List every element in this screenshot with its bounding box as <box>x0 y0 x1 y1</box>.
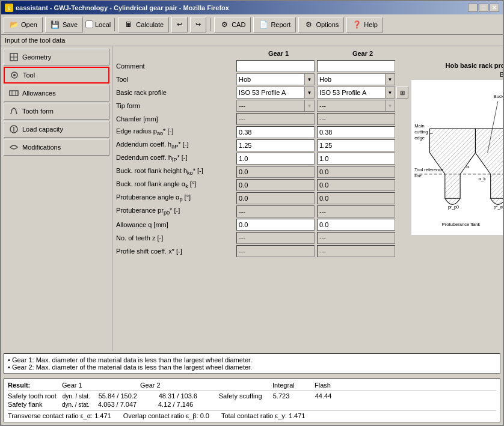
rack-profile-inputs: ISO 53 Profile A ▼ ISO 53 Profile A ▼ ⊞ <box>236 87 408 99</box>
close-button[interactable]: ✕ <box>490 4 499 12</box>
prot-angle-inputs <box>236 192 395 204</box>
results-footer: Transverse contact ratio ε_α: 1.471 Over… <box>8 410 496 419</box>
result-tooth-root-name: Safety tooth root <box>8 392 57 400</box>
sidebar: Geometry Tool Allowances Tooth form <box>1 46 112 351</box>
maximize-button[interactable]: □ <box>479 4 488 12</box>
open-button[interactable]: 📂 Open <box>4 17 43 32</box>
form-and-diagram: Comment Tool Hob ▼ <box>116 59 499 258</box>
buck-height-gear1-input[interactable] <box>236 166 315 178</box>
section-header-text: Input of the tool data <box>5 37 65 44</box>
help-label: Help <box>364 21 378 28</box>
undo-label: ↩ <box>177 20 182 28</box>
svg-text:Main: Main <box>414 123 424 129</box>
profile-shift-gear2-input <box>317 245 395 257</box>
sidebar-item-load[interactable]: Load capacity <box>4 121 109 138</box>
chamfer-gear2-input <box>317 113 395 125</box>
prot-angle-gear1-input[interactable] <box>236 192 315 204</box>
rack-profile-detail-button[interactable]: ⊞ <box>396 87 408 99</box>
report-button[interactable]: 📄 Report <box>253 17 296 32</box>
local-label: Local <box>95 21 111 28</box>
result-flank-gear1: 4.063 / 7.047 <box>98 401 152 408</box>
cad-button[interactable]: ⚙ CAD <box>214 17 251 32</box>
prot-angle-gear2-input[interactable] <box>317 192 395 204</box>
tip-form-gear2-arrow: ▼ <box>385 100 395 111</box>
dedendum-gear2-input[interactable] <box>317 153 395 165</box>
num-teeth-row: No. of teeth z [-] <box>116 231 408 245</box>
gear-diagram: h*p0 *h_p α pr_p0 p*_a0 Main cutting edg… <box>411 79 503 237</box>
buck-height-gear2-input[interactable] <box>317 166 395 178</box>
undo-button[interactable]: ↩ <box>171 17 188 32</box>
cad-label: CAD <box>232 21 245 28</box>
buck-angle-gear1-input[interactable] <box>236 179 315 191</box>
prot-pr-inputs <box>236 205 395 218</box>
edge-radius-inputs <box>236 126 395 138</box>
comment-gear2-input[interactable] <box>317 60 395 72</box>
svg-text:p*_a0: p*_a0 <box>494 205 503 210</box>
sidebar-item-modifications[interactable]: Modifications <box>4 139 109 156</box>
options-button[interactable]: ⚙ Options <box>298 17 344 32</box>
tool-gear2-text: Hob <box>318 75 385 84</box>
results-flash-col: Flash <box>315 382 351 389</box>
svg-text:Tool reference: Tool reference <box>414 167 443 172</box>
tool-icon <box>10 70 19 80</box>
section-header: Input of the tool data <box>1 35 503 46</box>
tool-gear2-select[interactable]: Hob ▼ <box>317 73 395 85</box>
addendum-row: Addendum coeff. haP* [-] <box>116 139 408 152</box>
tool-gear2-arrow[interactable]: ▼ <box>385 74 395 85</box>
addendum-label: Addendum coeff. haP* [-] <box>116 141 236 150</box>
calculate-icon: 🖩 <box>124 20 134 29</box>
local-checkbox[interactable] <box>85 20 93 28</box>
rack-gear1-select[interactable]: ISO 53 Profile A ▼ <box>236 87 315 99</box>
minimize-button[interactable]: _ <box>468 4 478 12</box>
tip-form-row: Tip form --- ▼ --- ▼ <box>116 99 408 112</box>
window-controls: _ □ ✕ <box>468 4 499 12</box>
local-checkbox-label[interactable]: Local <box>85 20 111 28</box>
allowance-q-gear1-input[interactable] <box>236 219 315 231</box>
save-button[interactable]: 💾 Save <box>45 17 83 32</box>
svg-text:Protuberance flank: Protuberance flank <box>442 222 481 227</box>
results-header: Result: Gear 1 Gear 2 Integral Flash <box>8 382 496 391</box>
sidebar-item-tooth[interactable]: Tooth form <box>4 103 109 120</box>
allowance-q-row: Allowance q [mm] <box>116 218 408 231</box>
tool-gear1-arrow[interactable]: ▼ <box>304 74 314 85</box>
addendum-inputs <box>236 139 395 151</box>
num-teeth-inputs <box>236 232 395 244</box>
tip-form-gear2-text: --- <box>318 102 385 110</box>
buck-angle-row: Buck. root flank angle αk [°] <box>116 178 408 192</box>
results-row-1: Safety tooth root dyn. / stat. 55.84 / 1… <box>8 392 496 400</box>
comment-gear1-input[interactable] <box>236 60 315 72</box>
num-teeth-gear2-input <box>317 232 395 244</box>
addendum-gear1-input[interactable] <box>236 139 315 151</box>
allowances-icon <box>9 88 19 98</box>
rack-gear2-arrow[interactable]: ▼ <box>385 87 395 98</box>
rack-gear1-container: ISO 53 Profile A ▼ <box>236 87 315 99</box>
addendum-gear2-input[interactable] <box>317 139 395 151</box>
allowance-q-gear2-input[interactable] <box>317 219 395 231</box>
tool-gear1-select[interactable]: Hob ▼ <box>236 73 315 85</box>
sidebar-item-tool[interactable]: Tool <box>4 67 109 84</box>
redo-button[interactable]: ↪ <box>190 17 206 32</box>
results-gear1-col: Gear 1 <box>62 382 134 389</box>
gear2-header: Gear 2 <box>321 50 405 57</box>
edge-radius-gear2-input[interactable] <box>317 126 395 138</box>
tool-inputs: Hob ▼ Hob ▼ <box>236 73 395 85</box>
load-icon <box>9 124 19 134</box>
buck-angle-gear2-input[interactable] <box>317 179 395 191</box>
edge-radius-gear1-input[interactable] <box>236 126 315 138</box>
result-flank-name: Safety flank <box>8 401 56 408</box>
help-button[interactable]: ❓ Help <box>346 17 383 32</box>
rack-gear2-select[interactable]: ISO 53 Profile A ▼ <box>317 87 395 99</box>
diagram-title: Hob basic rack profile <box>411 62 503 69</box>
calculate-button[interactable]: 🖩 Calculate <box>118 17 169 32</box>
buck-height-row: Buck. root flank height hko* [-] <box>116 165 408 178</box>
save-icon: 💾 <box>51 20 60 29</box>
dedendum-gear1-input[interactable] <box>236 153 315 165</box>
buck-angle-label: Buck. root flank angle αk [°] <box>116 180 236 189</box>
sidebar-item-allowances[interactable]: Allowances <box>4 85 109 102</box>
sidebar-item-geometry[interactable]: Geometry <box>4 49 109 65</box>
results-integral-col: Integral <box>272 382 309 389</box>
total-contact-ratio: Total contact ratio ε_γ: 1.471 <box>221 412 305 419</box>
rack-gear1-arrow[interactable]: ▼ <box>304 87 314 98</box>
dedendum-row: Dedendum coeff. hfP* [-] <box>116 152 408 165</box>
result-tooth-root-gear2: 48.31 / 103.6 <box>159 392 213 400</box>
